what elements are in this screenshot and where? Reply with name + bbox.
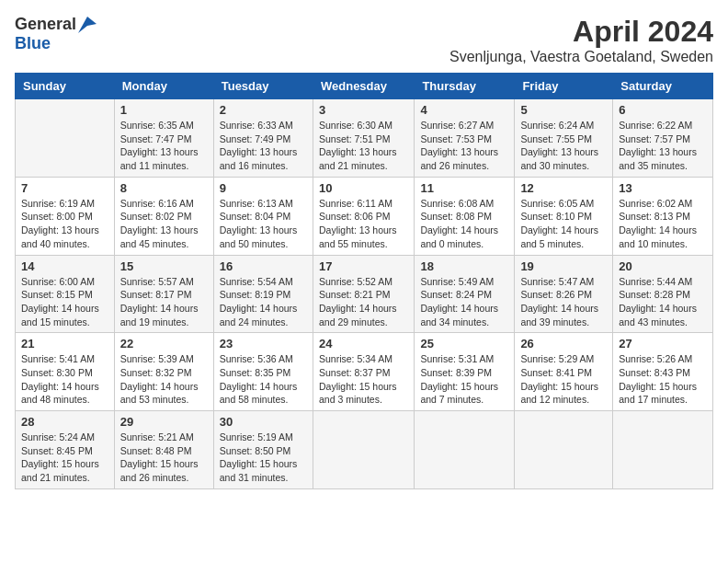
- day-number: 24: [319, 337, 408, 350]
- col-friday: Friday: [515, 74, 613, 99]
- calendar-week-4: 21Sunrise: 5:41 AM Sunset: 8:30 PM Dayli…: [16, 333, 713, 411]
- logo-blue-text: Blue: [15, 34, 51, 52]
- calendar-cell: 26Sunrise: 5:29 AM Sunset: 8:41 PM Dayli…: [515, 333, 613, 411]
- day-number: 16: [220, 259, 307, 273]
- day-info: Sunrise: 5:29 AM Sunset: 8:41 PM Dayligh…: [520, 352, 607, 407]
- calendar-cell: 7Sunrise: 6:19 AM Sunset: 8:00 PM Daylig…: [16, 177, 115, 255]
- logo-general-text: General: [15, 15, 76, 34]
- day-info: Sunrise: 6:00 AM Sunset: 8:15 PM Dayligh…: [21, 275, 108, 329]
- day-info: Sunrise: 6:08 AM Sunset: 8:08 PM Dayligh…: [420, 197, 508, 251]
- day-number: 11: [420, 181, 508, 195]
- calendar-cell: 23Sunrise: 5:36 AM Sunset: 8:35 PM Dayli…: [213, 333, 313, 411]
- day-number: 21: [21, 337, 108, 350]
- calendar-week-3: 14Sunrise: 6:00 AM Sunset: 8:15 PM Dayli…: [16, 255, 713, 333]
- day-number: 23: [220, 337, 307, 350]
- day-info: Sunrise: 5:41 AM Sunset: 8:30 PM Dayligh…: [21, 352, 108, 407]
- calendar-cell: 5Sunrise: 6:24 AM Sunset: 7:55 PM Daylig…: [515, 99, 613, 178]
- day-info: Sunrise: 6:02 AM Sunset: 8:13 PM Dayligh…: [619, 197, 707, 251]
- day-info: Sunrise: 6:13 AM Sunset: 8:04 PM Dayligh…: [220, 197, 307, 251]
- title-area: April 2024 Svenljunga, Vaestra Goetaland…: [449, 15, 713, 65]
- calendar-week-5: 28Sunrise: 5:24 AM Sunset: 8:45 PM Dayli…: [16, 411, 713, 489]
- calendar-title: April 2024: [449, 15, 713, 49]
- calendar-cell: 1Sunrise: 6:35 AM Sunset: 7:47 PM Daylig…: [114, 99, 213, 178]
- calendar-week-1: 1Sunrise: 6:35 AM Sunset: 7:47 PM Daylig…: [16, 99, 713, 178]
- col-saturday: Saturday: [613, 74, 713, 99]
- calendar-cell: 2Sunrise: 6:33 AM Sunset: 7:49 PM Daylig…: [213, 99, 313, 178]
- day-info: Sunrise: 5:49 AM Sunset: 8:24 PM Dayligh…: [420, 275, 508, 329]
- calendar-cell: 3Sunrise: 6:30 AM Sunset: 7:51 PM Daylig…: [313, 99, 414, 178]
- calendar-cell: 14Sunrise: 6:00 AM Sunset: 8:15 PM Dayli…: [16, 255, 115, 333]
- day-number: 27: [619, 337, 707, 350]
- day-info: Sunrise: 6:11 AM Sunset: 8:06 PM Dayligh…: [319, 197, 408, 251]
- day-number: 25: [420, 337, 508, 350]
- day-info: Sunrise: 5:36 AM Sunset: 8:35 PM Dayligh…: [220, 352, 307, 407]
- col-thursday: Thursday: [415, 74, 515, 99]
- day-number: 20: [619, 259, 707, 273]
- day-info: Sunrise: 6:35 AM Sunset: 7:47 PM Dayligh…: [120, 119, 208, 173]
- calendar-cell: 18Sunrise: 5:49 AM Sunset: 8:24 PM Dayli…: [415, 255, 515, 333]
- day-info: Sunrise: 6:19 AM Sunset: 8:00 PM Dayligh…: [21, 197, 108, 251]
- day-number: 8: [120, 181, 208, 195]
- calendar-cell: 11Sunrise: 6:08 AM Sunset: 8:08 PM Dayli…: [415, 177, 515, 255]
- calendar-cell: [313, 411, 414, 489]
- calendar-cell: 10Sunrise: 6:11 AM Sunset: 8:06 PM Dayli…: [313, 177, 414, 255]
- calendar-cell: 29Sunrise: 5:21 AM Sunset: 8:48 PM Dayli…: [114, 411, 213, 489]
- calendar-cell: 27Sunrise: 5:26 AM Sunset: 8:43 PM Dayli…: [613, 333, 713, 411]
- calendar-cell: [613, 411, 713, 489]
- day-info: Sunrise: 6:30 AM Sunset: 7:51 PM Dayligh…: [319, 119, 408, 173]
- col-sunday: Sunday: [16, 74, 115, 99]
- day-number: 2: [220, 103, 307, 117]
- day-info: Sunrise: 5:57 AM Sunset: 8:17 PM Dayligh…: [120, 275, 208, 329]
- calendar-cell: 15Sunrise: 5:57 AM Sunset: 8:17 PM Dayli…: [114, 255, 213, 333]
- calendar-cell: [515, 411, 613, 489]
- calendar-cell: 28Sunrise: 5:24 AM Sunset: 8:45 PM Dayli…: [16, 411, 115, 489]
- calendar-cell: 6Sunrise: 6:22 AM Sunset: 7:57 PM Daylig…: [613, 99, 713, 178]
- day-info: Sunrise: 5:21 AM Sunset: 8:48 PM Dayligh…: [120, 431, 208, 485]
- day-info: Sunrise: 5:19 AM Sunset: 8:50 PM Dayligh…: [220, 431, 307, 485]
- col-tuesday: Tuesday: [213, 74, 313, 99]
- calendar-cell: 8Sunrise: 6:16 AM Sunset: 8:02 PM Daylig…: [114, 177, 213, 255]
- calendar-week-2: 7Sunrise: 6:19 AM Sunset: 8:00 PM Daylig…: [16, 177, 713, 255]
- day-number: 3: [319, 103, 408, 117]
- day-number: 10: [319, 181, 408, 195]
- col-monday: Monday: [114, 74, 213, 99]
- calendar-cell: 9Sunrise: 6:13 AM Sunset: 8:04 PM Daylig…: [213, 177, 313, 255]
- day-number: 7: [21, 181, 108, 195]
- day-number: 5: [520, 103, 607, 117]
- calendar-cell: [415, 411, 515, 489]
- logo: General Blue: [15, 15, 97, 53]
- day-number: 13: [619, 181, 707, 195]
- day-info: Sunrise: 6:16 AM Sunset: 8:02 PM Dayligh…: [120, 197, 208, 251]
- day-info: Sunrise: 5:39 AM Sunset: 8:32 PM Dayligh…: [120, 352, 208, 407]
- day-info: Sunrise: 5:44 AM Sunset: 8:28 PM Dayligh…: [619, 275, 707, 329]
- day-number: 19: [520, 259, 607, 273]
- day-number: 17: [319, 259, 408, 273]
- day-number: 28: [21, 415, 108, 429]
- day-number: 4: [420, 103, 508, 117]
- day-info: Sunrise: 5:26 AM Sunset: 8:43 PM Dayligh…: [619, 352, 707, 407]
- day-number: 30: [220, 415, 307, 429]
- logo-bird-icon: [78, 17, 97, 33]
- day-number: 15: [120, 259, 208, 273]
- day-number: 6: [619, 103, 707, 117]
- calendar-cell: 24Sunrise: 5:34 AM Sunset: 8:37 PM Dayli…: [313, 333, 414, 411]
- calendar-cell: 12Sunrise: 6:05 AM Sunset: 8:10 PM Dayli…: [515, 177, 613, 255]
- calendar-cell: 20Sunrise: 5:44 AM Sunset: 8:28 PM Dayli…: [613, 255, 713, 333]
- day-number: 18: [420, 259, 508, 273]
- day-info: Sunrise: 5:47 AM Sunset: 8:26 PM Dayligh…: [520, 275, 607, 329]
- day-info: Sunrise: 5:52 AM Sunset: 8:21 PM Dayligh…: [319, 275, 408, 329]
- calendar-cell: 25Sunrise: 5:31 AM Sunset: 8:39 PM Dayli…: [415, 333, 515, 411]
- day-info: Sunrise: 5:31 AM Sunset: 8:39 PM Dayligh…: [420, 352, 508, 407]
- day-info: Sunrise: 6:22 AM Sunset: 7:57 PM Dayligh…: [619, 119, 707, 173]
- calendar-subtitle: Svenljunga, Vaestra Goetaland, Sweden: [449, 49, 713, 65]
- day-info: Sunrise: 6:33 AM Sunset: 7:49 PM Dayligh…: [220, 119, 307, 173]
- day-number: 29: [120, 415, 208, 429]
- calendar-cell: 21Sunrise: 5:41 AM Sunset: 8:30 PM Dayli…: [16, 333, 115, 411]
- day-number: 14: [21, 259, 108, 273]
- calendar-cell: 4Sunrise: 6:27 AM Sunset: 7:53 PM Daylig…: [415, 99, 515, 178]
- svg-marker-0: [78, 17, 97, 33]
- header: General Blue April 2024 Svenljunga, Vaes…: [15, 15, 713, 65]
- day-info: Sunrise: 5:24 AM Sunset: 8:45 PM Dayligh…: [21, 431, 108, 485]
- day-number: 22: [120, 337, 208, 350]
- calendar-table: Sunday Monday Tuesday Wednesday Thursday…: [15, 73, 713, 489]
